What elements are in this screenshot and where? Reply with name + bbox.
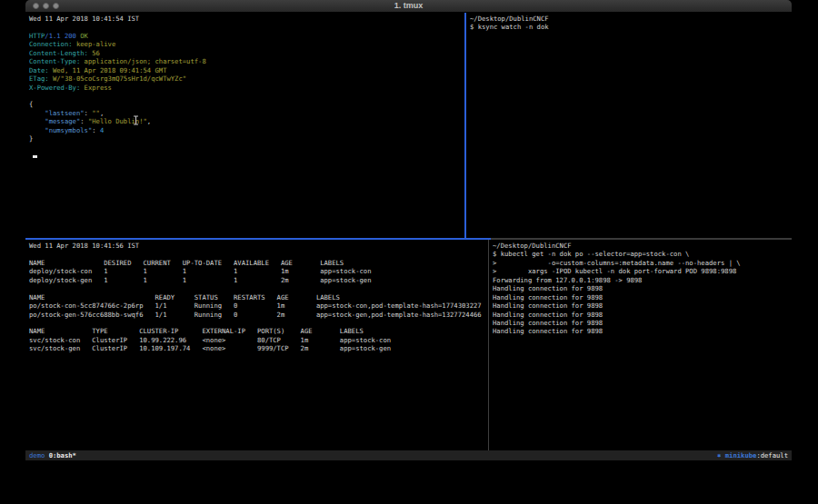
command-line: $ ksync watch -n dok [470,23,788,31]
output-line: Handling connection for 9898 [493,284,788,292]
svc-table-row: svc/stock-gen ClusterIP 10.109.197.74 <n… [29,344,484,352]
kube-context: minikube [725,451,757,460]
command-continuation-line: > -o=custom-columns=:metadata.name --no-… [493,259,788,267]
minimize-button[interactable] [43,3,49,9]
pods-table-header: NAME READY STATUS RESTARTS AGE LABELS [29,293,484,301]
cwd-line: ~/Desktop/DublinCNCF [493,242,788,250]
http-header-line: Date: Wed, 11 Apr 2018 09:41:54 GMT [29,66,461,74]
svc-table-row: svc/stock-con ClusterIP 10.99.222.96 <no… [29,336,484,344]
deploy-table-header: NAME DESIRED CURRENT UP-TO-DATE AVAILABL… [29,259,484,267]
json-brace-line: { [29,100,461,108]
pane-bottom-left-kubectl-get[interactable]: Wed 11 Apr 2018 10:41:56 IST NAME DESIRE… [25,240,488,450]
terminal-cursor [33,155,37,158]
http-header-line: Content-Length: 56 [29,49,461,57]
http-header-line: Content-Type: application/json; charset=… [29,57,461,65]
command-continuation-line: > xargs -IPOD kubectl -n dok port-forwar… [493,267,788,275]
pane-top-right-ksync[interactable]: ~/Desktop/DublinCNCF $ ksync watch -n do… [466,13,792,238]
prompt-line [29,152,461,160]
http-header-line: Connection: keep-alive [29,40,461,48]
json-entry-line: "lastseen": "", [29,109,461,117]
helm-wheel-icon: ⎈ [717,451,725,460]
http-status-line: HTTP/1.1 200 OK [29,32,461,40]
close-button[interactable] [33,3,39,9]
json-brace-line: } [29,134,461,143]
command-line: $ kubectl get -n dok po --selector=app=s… [493,250,788,258]
output-line: Forwarding from 127.0.0.1:9898 -> 9898 [493,276,788,284]
deploy-table-row: deploy/stock-con 1 1 1 1 1m app=stock-co… [29,267,484,275]
kube-namespace: :default [756,451,788,460]
status-left: demo 0:bash* [29,450,76,460]
pane-top-left-http[interactable]: Wed 11 Apr 2018 10:41:54 IST HTTP/1.1 20… [25,13,464,238]
timestamp-line: Wed 11 Apr 2018 10:41:54 IST [29,15,461,23]
svc-table-header: NAME TYPE CLUSTER-IP EXTERNAL-IP PORT(S)… [29,327,484,335]
http-header-line: ETag: W/"38-05coCsrg3mQ75sHr1d/qcWTwYZc" [29,74,461,83]
window-titlebar[interactable]: 1. tmux [25,0,792,13]
timestamp-line: Wed 11 Apr 2018 10:41:56 IST [29,242,484,250]
http-proto: HTTP [29,32,45,40]
kube-context-indicator: ⎈ minikube:default [717,450,788,460]
terminal-window: 1. tmux Wed 11 Apr 2018 10:41:54 IST HTT… [25,0,792,460]
http-version: /1.1 200 [45,32,80,40]
cwd-line: ~/Desktop/DublinCNCF [470,15,788,23]
json-entry-line: "message": "Hello Dublin!", [29,117,461,125]
pods-table-row: po/stock-gen-576cc688bb-swqf6 1/1 Runnin… [29,311,484,319]
deploy-table-row: deploy/stock-gen 1 1 1 1 2m app=stock-ge… [29,276,484,284]
output-line: Handling connection for 9898 [493,293,788,301]
http-header-line: X-Powered-By: Express [29,84,461,92]
json-entry-line: "numsymbols": 4 [29,126,461,134]
output-line: Handling connection for 9898 [493,311,788,319]
tmux-status-bar: demo 0:bash* ⎈ minikube:default [25,450,792,460]
output-line: Handling connection for 9898 [493,319,788,327]
pane-bottom-right-port-forward[interactable]: ~/Desktop/DublinCNCF $ kubectl get -n do… [489,240,792,450]
window-title: 1. tmux [25,0,792,12]
zoom-button[interactable] [53,3,59,9]
http-reason: OK [80,32,88,40]
pods-table-row: po/stock-con-5cc874766c-2p6rp 1/1 Runnin… [29,301,484,310]
traffic-lights [33,3,59,9]
session-name: demo [29,451,49,460]
window-tab-bash[interactable]: 0:bash* [49,451,76,460]
output-line: Handling connection for 9898 [493,301,788,310]
output-line: Handling connection for 9898 [493,327,788,335]
